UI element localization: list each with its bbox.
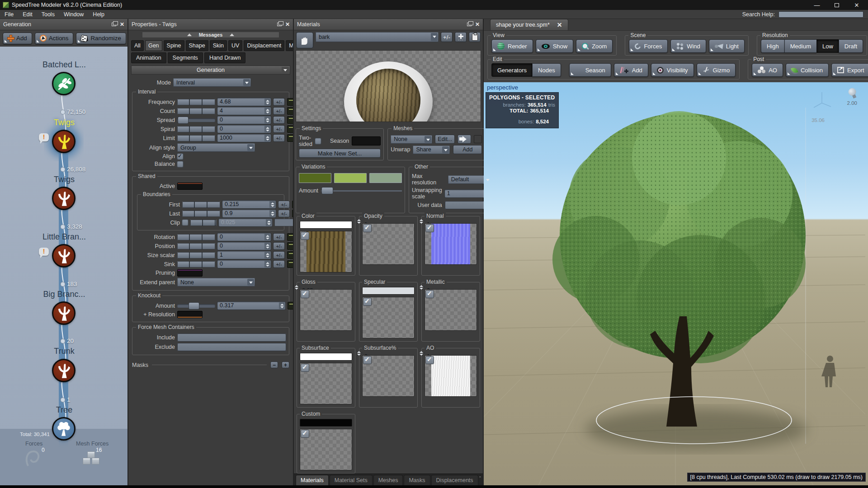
ao-button[interactable]: AO	[752, 63, 783, 77]
force-hook-icon[interactable]	[24, 448, 42, 468]
tab-shape[interactable]: Shape	[186, 40, 208, 51]
mesh-add-button[interactable]: Add	[453, 145, 482, 154]
first-slider[interactable]	[182, 202, 220, 208]
forces-button[interactable]: Forces	[629, 39, 668, 53]
spinner[interactable]	[266, 219, 272, 226]
curve-box[interactable]	[287, 134, 293, 142]
position-field[interactable]: 0	[217, 242, 271, 250]
spinner[interactable]	[264, 252, 270, 258]
randomize-button[interactable]: Randomize	[76, 33, 126, 44]
map-enabled-checkbox[interactable]	[363, 225, 371, 232]
menu-edit[interactable]: Edit	[18, 11, 37, 18]
nodes-mode-button[interactable]: Nodes	[532, 63, 561, 77]
warning-icon[interactable]	[39, 133, 49, 141]
menu-window[interactable]: Window	[59, 11, 88, 18]
close-tab-icon[interactable]: ✕	[557, 21, 562, 28]
gizmo-button[interactable]: Gizmo	[697, 63, 736, 77]
position-slider[interactable]	[177, 243, 215, 249]
spiral-slider[interactable]	[177, 126, 215, 132]
extend-parent-dropdown[interactable]: None	[177, 278, 255, 286]
variation-swatch-3[interactable]	[369, 173, 402, 183]
menu-help[interactable]: Help	[88, 11, 109, 18]
document-tab[interactable]: shape your tree.spm* ✕	[490, 19, 568, 30]
node-trunk[interactable]	[52, 359, 75, 382]
mesh-edit-button[interactable]: Edit...	[435, 135, 455, 144]
unwrap-dropdown[interactable]: Share	[413, 145, 450, 154]
resolution-low-button[interactable]: Low	[816, 39, 839, 53]
tab-gen[interactable]: Gen	[145, 40, 162, 51]
size-scalar-slider[interactable]	[177, 252, 215, 258]
node-batched-leaves[interactable]	[52, 72, 75, 95]
mesh-dropdown[interactable]: None	[391, 135, 432, 144]
variance-button[interactable]: +/-	[278, 210, 290, 217]
variance-button[interactable]: +/-	[278, 201, 290, 208]
season-button[interactable]: Season	[569, 63, 611, 77]
map-enabled-checkbox[interactable]	[426, 225, 434, 232]
subsurface-map-thumbnail[interactable]	[300, 363, 352, 404]
map-enabled-checkbox[interactable]	[426, 291, 434, 298]
collision-button[interactable]: Collision	[786, 63, 829, 77]
last-field[interactable]: 0.9	[222, 210, 276, 217]
make-new-set-button[interactable]: Make New Set...	[299, 149, 381, 158]
search-help-input[interactable]	[778, 11, 863, 18]
spinner[interactable]	[264, 261, 270, 267]
node-little-branches[interactable]	[52, 244, 75, 267]
tab-materials[interactable]: Materials	[296, 475, 329, 485]
warning-icon[interactable]	[39, 248, 49, 256]
two-sided-checkbox[interactable]	[315, 138, 321, 144]
variation-swatch-1[interactable]	[299, 173, 331, 183]
add-generator-button[interactable]: Add	[3, 33, 32, 44]
color-map-thumbnail[interactable]	[300, 231, 352, 272]
map-enabled-checkbox[interactable]	[301, 364, 309, 371]
tab-meshes[interactable]: Meshes	[373, 475, 403, 485]
spread-slider[interactable]	[177, 118, 215, 122]
gloss-map-thumbnail[interactable]	[300, 289, 352, 331]
tab-segments[interactable]: Segments	[168, 52, 203, 63]
clip-field[interactable]: 0.025	[219, 219, 272, 226]
spinner[interactable]	[269, 201, 275, 208]
opacity-map-thumbnail[interactable]	[362, 223, 415, 265]
knockout-amount-field[interactable]: 0.317	[217, 302, 285, 310]
spinner[interactable]	[264, 243, 270, 249]
season-swatch[interactable]	[352, 136, 381, 145]
resolution-medium-button[interactable]: Medium	[784, 39, 816, 53]
map-enabled-checkbox[interactable]	[301, 430, 309, 437]
spinner[interactable]	[269, 210, 275, 217]
subsurface-percent-thumbnail[interactable]	[362, 355, 415, 397]
variance-button[interactable]: +/-	[273, 134, 285, 142]
mesh-assign-button[interactable]	[458, 135, 471, 144]
menu-tools[interactable]: Tools	[37, 11, 59, 18]
clip-checkbox[interactable]	[182, 220, 188, 225]
variance-button[interactable]: +/-	[273, 233, 285, 241]
node-tree[interactable]	[52, 417, 75, 441]
count-field[interactable]: 4	[217, 107, 271, 115]
scene-3d-view[interactable]: perspective POLYGONS - SELECTED branches…	[484, 82, 868, 485]
include-field[interactable]	[177, 333, 286, 342]
curve-box[interactable]	[287, 242, 293, 250]
knockout-amount-slider[interactable]	[177, 304, 215, 308]
map-enabled-checkbox[interactable]	[363, 357, 371, 364]
material-preview[interactable]	[296, 50, 481, 122]
variance-button[interactable]: +/-	[273, 260, 285, 268]
specular-swatch[interactable]	[362, 287, 415, 295]
curve-box[interactable]	[287, 260, 293, 268]
normal-map-thumbnail[interactable]	[425, 223, 477, 265]
add-mask-button[interactable]: +	[282, 361, 289, 368]
resolution-high-button[interactable]: High	[761, 39, 784, 53]
variance-button[interactable]: +/-	[273, 107, 285, 115]
specular-map-thumbnail[interactable]	[362, 297, 415, 338]
sink-slider[interactable]	[177, 261, 215, 267]
actions-button[interactable]: Actions	[35, 33, 74, 44]
pan-tool-button[interactable]	[296, 32, 313, 48]
map-enabled-checkbox[interactable]	[426, 357, 434, 364]
subsurface-swatch[interactable]	[300, 353, 352, 361]
clip-slider[interactable]	[190, 220, 217, 226]
curve-box[interactable]	[287, 251, 293, 259]
frequency-field[interactable]: 4.68	[217, 98, 271, 106]
show-button[interactable]: Show	[536, 39, 574, 53]
custom-swatch[interactable]	[300, 419, 352, 427]
pruning-curve-swatch[interactable]	[177, 269, 203, 277]
limit-slider[interactable]	[177, 135, 215, 141]
maximize-button[interactable]	[833, 2, 841, 9]
sink-field[interactable]: 0	[217, 260, 271, 268]
